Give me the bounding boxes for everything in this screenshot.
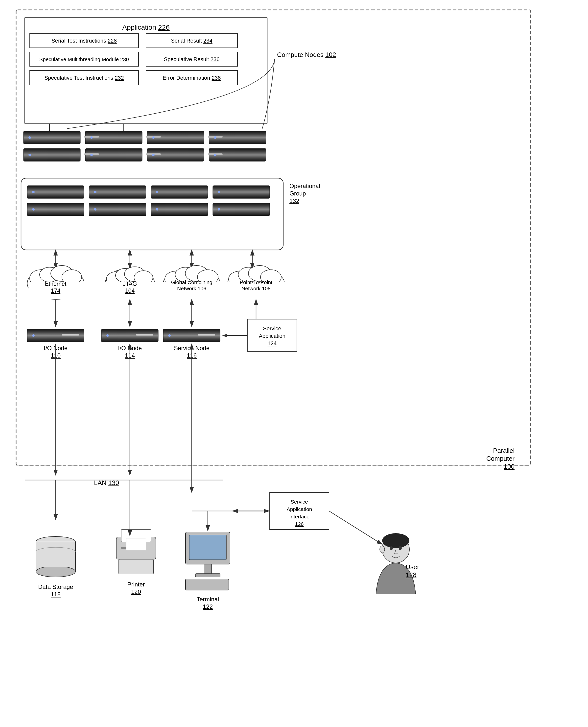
svg-rect-44 bbox=[151, 186, 208, 199]
svg-text:Compute Nodes 102: Compute Nodes 102 bbox=[277, 51, 336, 58]
svg-text:Interface: Interface bbox=[289, 514, 310, 519]
svg-point-36 bbox=[90, 154, 93, 156]
svg-rect-42 bbox=[27, 186, 84, 199]
svg-rect-41 bbox=[21, 178, 283, 250]
svg-rect-35 bbox=[84, 153, 99, 155]
svg-rect-148 bbox=[121, 529, 151, 542]
svg-rect-113 bbox=[198, 334, 215, 335]
svg-rect-10 bbox=[30, 70, 139, 85]
svg-point-92 bbox=[248, 266, 271, 281]
svg-point-53 bbox=[218, 191, 220, 193]
svg-point-65 bbox=[27, 267, 84, 299]
svg-rect-14 bbox=[146, 52, 237, 66]
svg-point-107 bbox=[106, 334, 109, 337]
svg-point-57 bbox=[218, 208, 220, 211]
svg-rect-131 bbox=[270, 493, 329, 529]
svg-rect-151 bbox=[126, 538, 146, 551]
svg-rect-94 bbox=[223, 282, 289, 299]
svg-point-29 bbox=[90, 136, 93, 139]
svg-point-67 bbox=[40, 267, 59, 282]
svg-point-83 bbox=[175, 267, 196, 282]
svg-point-56 bbox=[156, 208, 158, 211]
svg-rect-16 bbox=[146, 70, 237, 85]
svg-text:Service: Service bbox=[263, 326, 281, 332]
svg-point-76 bbox=[124, 267, 145, 282]
svg-rect-26 bbox=[209, 148, 266, 161]
svg-text:114: 114 bbox=[125, 352, 135, 359]
svg-rect-25 bbox=[147, 148, 204, 161]
svg-text:118: 118 bbox=[51, 591, 61, 598]
svg-point-69 bbox=[62, 270, 82, 285]
svg-rect-3 bbox=[16, 10, 531, 465]
svg-text:132: 132 bbox=[289, 198, 299, 204]
svg-point-141 bbox=[36, 556, 76, 565]
svg-point-165 bbox=[382, 533, 410, 548]
svg-text:JTAG: JTAG bbox=[123, 281, 137, 287]
svg-point-33 bbox=[214, 136, 216, 139]
svg-rect-12 bbox=[146, 34, 237, 48]
svg-rect-158 bbox=[195, 574, 220, 577]
svg-text:120: 120 bbox=[131, 588, 141, 595]
svg-point-73 bbox=[105, 269, 154, 298]
svg-point-112 bbox=[168, 334, 171, 337]
svg-point-27 bbox=[28, 136, 31, 139]
svg-rect-8 bbox=[30, 52, 139, 66]
svg-text:126: 126 bbox=[295, 521, 303, 527]
svg-rect-24 bbox=[85, 148, 142, 161]
svg-point-102 bbox=[32, 334, 35, 337]
svg-rect-149 bbox=[121, 547, 133, 549]
svg-text:Service: Service bbox=[291, 499, 308, 504]
svg-point-91 bbox=[238, 267, 259, 282]
svg-text:Service Node: Service Node bbox=[174, 345, 210, 351]
svg-text:116: 116 bbox=[187, 352, 197, 359]
svg-point-137 bbox=[36, 537, 76, 547]
svg-rect-159 bbox=[186, 579, 229, 590]
svg-point-40 bbox=[214, 154, 216, 156]
svg-text:Terminal: Terminal bbox=[197, 596, 219, 603]
svg-point-164 bbox=[382, 536, 410, 563]
svg-rect-106 bbox=[101, 329, 158, 342]
svg-rect-32 bbox=[208, 136, 223, 138]
svg-rect-4 bbox=[25, 17, 267, 124]
svg-text:Data Storage: Data Storage bbox=[38, 583, 73, 590]
svg-point-139 bbox=[36, 566, 76, 577]
svg-point-89 bbox=[228, 269, 285, 298]
svg-rect-22 bbox=[209, 131, 266, 144]
svg-point-170 bbox=[380, 546, 385, 553]
svg-text:Operational: Operational bbox=[289, 183, 320, 189]
svg-rect-39 bbox=[208, 153, 223, 155]
svg-point-34 bbox=[28, 154, 31, 156]
svg-rect-86 bbox=[158, 282, 223, 299]
svg-text:Network 108: Network 108 bbox=[241, 286, 271, 291]
svg-text:Global Combining: Global Combining bbox=[171, 279, 212, 285]
svg-point-166 bbox=[390, 546, 393, 550]
svg-rect-155 bbox=[186, 532, 230, 564]
svg-text:Speculative Result 236: Speculative Result 236 bbox=[164, 56, 219, 62]
svg-rect-156 bbox=[189, 535, 226, 560]
svg-rect-45 bbox=[213, 186, 270, 199]
svg-rect-37 bbox=[146, 153, 161, 155]
svg-point-75 bbox=[115, 269, 134, 282]
svg-point-167 bbox=[399, 546, 402, 550]
svg-point-55 bbox=[94, 208, 97, 211]
svg-text:Printer: Printer bbox=[127, 581, 145, 588]
svg-rect-47 bbox=[89, 203, 146, 216]
svg-line-173 bbox=[329, 511, 382, 544]
svg-text:104: 104 bbox=[125, 288, 135, 294]
svg-text:I/O Node: I/O Node bbox=[44, 345, 67, 351]
svg-point-50 bbox=[32, 191, 35, 193]
svg-text:Parallel: Parallel bbox=[493, 447, 514, 454]
svg-point-31 bbox=[152, 136, 154, 139]
svg-text:122: 122 bbox=[203, 603, 213, 610]
svg-line-168 bbox=[395, 550, 396, 554]
svg-rect-108 bbox=[136, 334, 153, 335]
svg-point-84 bbox=[185, 266, 208, 281]
svg-text:Application: Application bbox=[259, 333, 286, 339]
svg-rect-70 bbox=[28, 282, 88, 299]
svg-text:128: 128 bbox=[406, 571, 416, 579]
svg-rect-43 bbox=[89, 186, 146, 199]
svg-point-93 bbox=[260, 270, 281, 285]
svg-point-82 bbox=[165, 271, 187, 287]
svg-rect-49 bbox=[213, 203, 270, 216]
svg-rect-19 bbox=[23, 131, 80, 144]
